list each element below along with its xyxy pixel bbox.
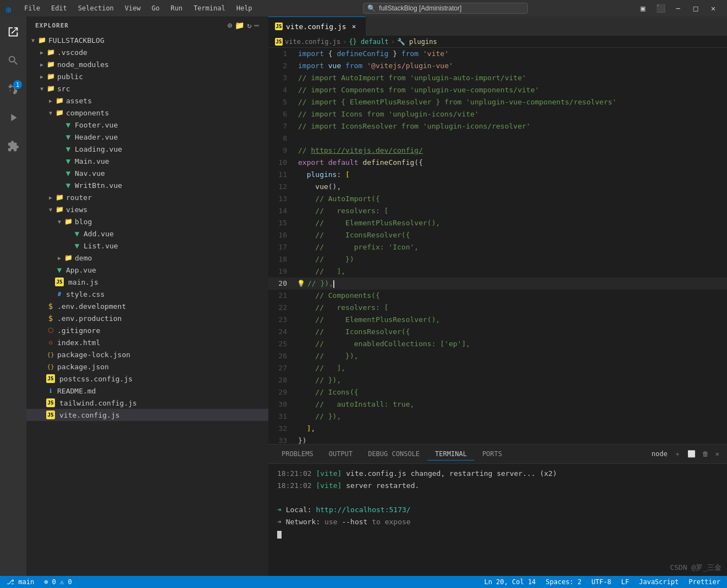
tree-item-assets[interactable]: ▶ 📁 assets (26, 95, 268, 107)
menu-selection[interactable]: Selection (74, 3, 118, 13)
menu-help[interactable]: Help (232, 3, 257, 13)
minimize-button[interactable]: − (670, 0, 686, 16)
activity-run[interactable] (0, 104, 26, 131)
tree-item-demo[interactable]: ▶ 📁 demo (26, 252, 268, 264)
tree-item-env-prod[interactable]: ▶ $ .env.production (26, 312, 268, 324)
js-icon-main: JS (55, 278, 64, 286)
tree-item-readme[interactable]: ▶ ℹ README.md (26, 385, 268, 397)
tree-item-views[interactable]: ▼ 📁 views (26, 203, 268, 215)
panel-tab-terminal[interactable]: TERMINAL (427, 448, 475, 461)
tab-vite-config[interactable]: JS vite.config.js ✕ (268, 16, 366, 36)
tree-item-nav-vue[interactable]: ▶ ▼ Nav.vue (26, 167, 268, 179)
tree-label-app-vue: App.vue (66, 266, 96, 274)
tree-item-writbtn-vue[interactable]: ▶ ▼ WritBtn.vue (26, 179, 268, 191)
terminal-content[interactable]: 18:21:02 [vite] vite.config.js changed, … (268, 464, 727, 576)
app-icon: ⊕ (5, 4, 14, 13)
editor-area: JS vite.config.js ✕ JS vite.config.js › … (268, 16, 727, 576)
activity-source-control[interactable]: 1 (0, 76, 26, 102)
tree-label-assets: assets (66, 97, 92, 105)
menu-view[interactable]: View (120, 3, 145, 13)
tree-item-index-html[interactable]: ▶ ◇ index.html (26, 336, 268, 348)
tree-item-header-vue[interactable]: ▶ ▼ Header.vue (26, 131, 268, 143)
hint-icon: 💡 (297, 278, 305, 290)
code-line-33: 33 }) (268, 435, 727, 444)
tree-item-vite-config[interactable]: ▶ JS vite.config.js (26, 409, 268, 421)
panel-tab-problems[interactable]: PROBLEMS (274, 448, 321, 461)
window-controls: ▣ ⬛ − □ ✕ (635, 0, 722, 16)
tree-item-app-vue[interactable]: ▶ ▼ App.vue (26, 264, 268, 276)
tree-item-blog[interactable]: ▼ 📁 blog (26, 215, 268, 228)
menu-file[interactable]: File (20, 3, 45, 13)
menu-terminal[interactable]: Terminal (189, 3, 230, 13)
tree-item-package-json[interactable]: ▶ {} package.json (26, 360, 268, 373)
code-line-18: 18 // }) (268, 253, 727, 265)
breadcrumb-plugins[interactable]: 🔧 plugins (397, 38, 437, 46)
code-line-31: 31 // }), (268, 411, 727, 423)
tree-item-public[interactable]: ▶ 📁 public (26, 70, 268, 82)
sidebar-title: EXPLORER (35, 22, 69, 29)
tree-label-gitignore: .gitignore (57, 326, 100, 335)
tree-item-gitignore[interactable]: ▶ ⬡ .gitignore (26, 324, 268, 336)
tree-root-fullstackblog[interactable]: ▼ 📁 FULLSTACKBLOG (26, 34, 268, 46)
search-input[interactable] (363, 3, 528, 14)
panel-close-icon[interactable]: ✕ (713, 450, 722, 458)
status-spaces[interactable]: Spaces: 2 (543, 578, 583, 586)
tree-label-index-html: index.html (57, 339, 100, 347)
tree-item-add-vue[interactable]: ▶ ▼ Add.vue (26, 228, 268, 240)
tree-item-router[interactable]: ▶ 📁 router (26, 191, 268, 203)
tree-label-src: src (57, 85, 70, 93)
maximize-button[interactable]: □ (687, 0, 704, 16)
tree-item-vscode[interactable]: ▶ 📁 .vscode (26, 46, 268, 58)
tree-item-list-vue[interactable]: ▶ ▼ List.vue (26, 240, 268, 252)
status-position[interactable]: Ln 20, Col 14 (482, 578, 538, 586)
activity-explorer[interactable] (0, 19, 26, 45)
panel-add-icon[interactable]: ＋ (672, 450, 683, 459)
tree-item-tailwind[interactable]: ▶ JS tailwind.config.js (26, 397, 268, 409)
status-formatter[interactable]: Prettier (686, 578, 723, 586)
tree-item-node-modules[interactable]: ▶ 📁 node_modules (26, 58, 268, 70)
menu-edit[interactable]: Edit (47, 3, 71, 13)
tree-item-components[interactable]: ▼ 📁 components (26, 107, 268, 119)
tree-arrow-assets: ▶ (46, 98, 55, 104)
new-file-icon[interactable]: ⊕ (228, 21, 233, 30)
panel-tab-ports[interactable]: PORTS (475, 448, 510, 461)
refresh-icon[interactable]: ↻ (247, 21, 252, 30)
status-errors[interactable]: ⊗ 0 ⚠ 0 (42, 578, 74, 586)
status-line-ending[interactable]: LF (619, 578, 631, 586)
panel-tab-output[interactable]: OUTPUT (321, 448, 360, 461)
vue-icon-writbtn: ▼ (64, 181, 73, 190)
status-encoding[interactable]: UTF-8 (589, 578, 613, 586)
panel-split-icon[interactable]: ⬜ (685, 450, 698, 458)
collapse-all-icon[interactable]: ⋯ (255, 21, 260, 30)
tab-close-vite-config[interactable]: ✕ (350, 22, 359, 31)
new-folder-icon[interactable]: 📁 (235, 21, 245, 30)
panel-trash-icon[interactable]: 🗑 (700, 450, 711, 458)
close-button[interactable]: ✕ (705, 0, 722, 16)
menu-run[interactable]: Run (166, 3, 187, 13)
code-editor[interactable]: 1 import { defineConfig } from 'vite' 2 … (268, 48, 727, 444)
breadcrumb-file[interactable]: vite.config.js (285, 38, 340, 46)
activity-extensions[interactable] (0, 133, 26, 159)
vue-icon-nav: ▼ (64, 169, 73, 177)
tree-item-postcss[interactable]: ▶ JS postcss.config.js (26, 373, 268, 385)
activity-search[interactable] (0, 47, 26, 74)
menu-go[interactable]: Go (147, 3, 164, 13)
tree-item-main-vue[interactable]: ▶ ▼ Main.vue (26, 155, 268, 167)
tree-item-style-css[interactable]: ▶ # style.css (26, 288, 268, 300)
folder-public-icon: 📁 (46, 72, 55, 81)
tree-item-loading-vue[interactable]: ▶ ▼ Loading.vue (26, 143, 268, 155)
tree-item-footer-vue[interactable]: ▶ ▼ Footer.vue (26, 119, 268, 131)
code-line-28: 28 // }), (268, 374, 727, 386)
layout-icon[interactable]: ▣ (635, 0, 651, 16)
panel-tab-debug-console[interactable]: DEBUG CONSOLE (360, 448, 427, 461)
status-branch[interactable]: ⎇ main (4, 578, 36, 586)
main-content: 1 EXPLORER ⊕ 📁 ↻ ⋯ ▼ 📁 FULLSTACKBL (0, 16, 727, 576)
tree-item-env-dev[interactable]: ▶ $ .env.development (26, 300, 268, 312)
tree-item-src[interactable]: ▼ 📁 src (26, 82, 268, 95)
tree-item-main-js[interactable]: ▶ JS main.js (26, 276, 268, 288)
status-language[interactable]: JavaScript (637, 578, 681, 586)
panel-icon[interactable]: ⬛ (652, 0, 669, 16)
breadcrumb-default[interactable]: {} default (349, 38, 388, 46)
menu-bar: File Edit Selection View Go Run Terminal… (20, 3, 257, 13)
tree-item-package-lock[interactable]: ▶ {} package-lock.json (26, 348, 268, 360)
